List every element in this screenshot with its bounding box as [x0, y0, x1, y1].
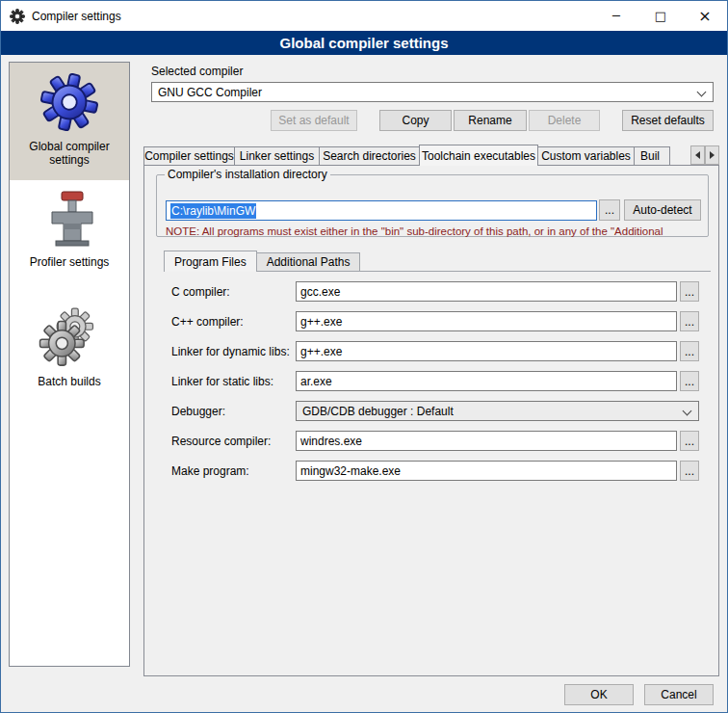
tab-linker-settings[interactable]: Linker settings [234, 146, 320, 166]
field-row-debugger: Debugger: GDB/CDB debugger : Default [171, 401, 711, 422]
titlebar: Compiler settings ─ □ × [1, 1, 727, 31]
sidebar-item-label: Batch builds [30, 375, 108, 388]
installation-directory-input[interactable]: C:\raylib\MinGW [166, 200, 597, 221]
copy-button[interactable]: Copy [379, 110, 452, 131]
app-icon [10, 9, 25, 24]
subtab-additional-paths[interactable]: Additional Paths [256, 252, 361, 272]
compiler-select[interactable]: GNU GCC Compiler [151, 82, 714, 102]
compiler-settings-window: Compiler settings ─ □ × Global compiler … [0, 0, 728, 713]
settings-sidebar: Global compiler settings Profiler settin… [9, 62, 130, 667]
program-files-tabstrip: Program Files Additional Paths [164, 251, 360, 272]
sidebar-item-label: Global compiler settings [10, 140, 129, 167]
linker-static-browse-button[interactable]: ... [680, 371, 699, 391]
c-compiler-input[interactable] [296, 281, 677, 302]
cpp-compiler-label: C++ compiler: [171, 315, 244, 329]
tab-custom-variables[interactable]: Custom variables [537, 146, 635, 166]
page-title: Global compiler settings [1, 31, 727, 55]
linker-static-label: Linker for static libs: [171, 375, 273, 388]
resource-compiler-input[interactable] [296, 431, 677, 451]
profiler-icon [42, 190, 96, 248]
tab-build-options-clipped[interactable]: Buil [634, 146, 670, 166]
resource-compiler-label: Resource compiler: [171, 435, 271, 448]
chevron-down-icon [683, 407, 692, 416]
debugger-select[interactable]: GDB/CDB debugger : Default [296, 401, 699, 421]
gear-blue-icon [39, 72, 99, 132]
installation-directory-value: C:\raylib\MinGW [170, 203, 256, 219]
c-compiler-browse-button[interactable]: ... [680, 281, 699, 302]
compiler-select-value: GNU GCC Compiler [158, 86, 262, 99]
debugger-select-value: GDB/CDB debugger : Default [302, 405, 454, 418]
make-program-label: Make program: [171, 464, 249, 478]
subtab-program-files[interactable]: Program Files [164, 251, 257, 272]
tab-toolchain-executables[interactable]: Toolchain executables [419, 145, 538, 166]
make-program-input[interactable] [296, 461, 677, 481]
arrow-left-icon [695, 151, 700, 159]
arrow-right-icon [710, 151, 715, 159]
reset-defaults-button[interactable]: Reset defaults [622, 110, 714, 131]
toolchain-executables-panel: Compiler's installation directory C:\ray… [143, 165, 719, 676]
make-program-browse-button[interactable]: ... [680, 461, 699, 481]
ok-button[interactable]: OK [564, 684, 634, 705]
installation-directory-group-title: Compiler's installation directory [165, 168, 330, 181]
cancel-button[interactable]: Cancel [644, 684, 714, 705]
field-row-linker-dynamic: Linker for dynamic libs: ... [171, 341, 711, 362]
window-controls: ─ □ × [594, 1, 727, 31]
bin-subdirectory-note: NOTE: All programs must exist either in … [166, 225, 705, 237]
sidebar-item-label: Profiler settings [22, 255, 117, 269]
main-tabstrip: Compiler settings Linker settings Search… [143, 145, 670, 166]
set-as-default-button[interactable]: Set as default [271, 110, 357, 131]
cpp-compiler-browse-button[interactable]: ... [680, 311, 699, 331]
field-row-cpp-compiler: C++ compiler: ... [171, 311, 711, 332]
selected-compiler-label: Selected compiler [151, 65, 243, 78]
field-row-linker-static: Linker for static libs: ... [171, 371, 711, 392]
auto-detect-button[interactable]: Auto-detect [624, 199, 701, 221]
batch-builds-icon [39, 307, 100, 367]
chevron-down-icon [697, 88, 707, 97]
installation-directory-browse-button[interactable]: ... [599, 199, 620, 221]
tab-scroll-right-button[interactable] [705, 145, 719, 165]
sidebar-item-profiler-settings[interactable]: Profiler settings [10, 180, 129, 298]
field-row-make-program: Make program: ... [171, 461, 711, 482]
resource-compiler-browse-button[interactable]: ... [680, 431, 699, 451]
tab-scroll-left-button[interactable] [690, 145, 705, 165]
maximize-button[interactable]: □ [638, 1, 683, 31]
close-button[interactable]: × [683, 1, 727, 31]
debugger-label: Debugger: [171, 405, 225, 418]
tab-search-directories[interactable]: Search directories [319, 146, 420, 166]
linker-dynamic-input[interactable] [296, 341, 677, 361]
field-row-c-compiler: C compiler: ... [171, 281, 711, 303]
linker-dynamic-label: Linker for dynamic libs: [171, 345, 290, 358]
linker-dynamic-browse-button[interactable]: ... [680, 341, 699, 361]
sidebar-item-global-compiler-settings[interactable]: Global compiler settings [10, 63, 129, 180]
rename-button[interactable]: Rename [454, 110, 527, 131]
minimize-button[interactable]: ─ [594, 1, 638, 31]
window-title: Compiler settings [32, 10, 121, 23]
linker-static-input[interactable] [296, 371, 677, 391]
tab-compiler-settings[interactable]: Compiler settings [143, 146, 235, 166]
sidebar-item-batch-builds[interactable]: Batch builds [10, 298, 129, 415]
field-row-resource-compiler: Resource compiler: ... [171, 431, 711, 452]
c-compiler-label: C compiler: [171, 285, 230, 299]
delete-button[interactable]: Delete [529, 110, 600, 131]
cpp-compiler-input[interactable] [296, 311, 677, 331]
